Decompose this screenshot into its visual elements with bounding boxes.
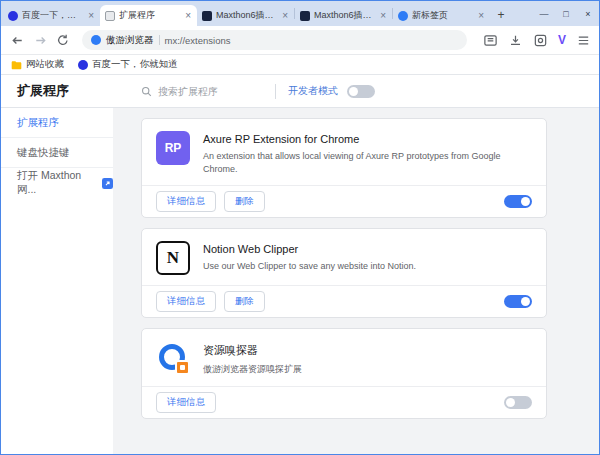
new-tab-button[interactable]: + bbox=[492, 6, 510, 24]
tab-title: 扩展程序 bbox=[119, 9, 180, 22]
extension-search bbox=[141, 86, 263, 97]
tab-close-icon[interactable]: × bbox=[87, 11, 95, 21]
card-footer: 详细信息 bbox=[142, 386, 546, 418]
address-url: mx://extensions bbox=[165, 35, 231, 46]
sidebar-item-keyboard-shortcuts[interactable]: 键盘快捷键 bbox=[1, 138, 113, 168]
tab-close-icon[interactable]: × bbox=[477, 11, 485, 21]
tab-close-icon[interactable]: × bbox=[184, 11, 192, 21]
maxthon-plugin-favicon-icon bbox=[300, 11, 310, 21]
extensions-page-header: 扩展程序 开发者模式 bbox=[1, 75, 599, 108]
extension-card-notion: N Notion Web Clipper Use our Web Clipper… bbox=[141, 228, 547, 318]
header-divider bbox=[275, 84, 276, 99]
maxthon-favicon-icon bbox=[91, 35, 101, 45]
card-footer: 详细信息 删除 bbox=[142, 285, 546, 317]
extensions-favicon-icon bbox=[105, 11, 115, 21]
tab-baidu[interactable]: 百度一下，你就知道 × bbox=[3, 5, 100, 26]
tab-title: Maxthon6插件中心 bbox=[216, 9, 277, 22]
sidebar-item-label: 键盘快捷键 bbox=[17, 146, 70, 160]
sniffer-square-shape bbox=[175, 360, 190, 375]
extension-description: An extension that allows local viewing o… bbox=[203, 150, 532, 175]
extension-name: Axure RP Extension for Chrome bbox=[203, 133, 532, 145]
extensions-page-body: 扩展程序 键盘快捷键 打开 Maxthon 网... RP Axure RP E… bbox=[1, 108, 599, 454]
download-icon[interactable] bbox=[508, 32, 524, 48]
page-title: 扩展程序 bbox=[1, 82, 113, 100]
extension-name: Notion Web Clipper bbox=[203, 243, 416, 255]
tab-close-icon[interactable]: × bbox=[281, 11, 289, 21]
folder-icon bbox=[11, 60, 22, 70]
maxthon-plugin-favicon-icon bbox=[202, 11, 212, 21]
toolbar-actions: V bbox=[483, 32, 591, 48]
tab-extensions[interactable]: 扩展程序 × bbox=[100, 5, 197, 26]
address-divider bbox=[159, 35, 160, 45]
screenshot-icon[interactable] bbox=[533, 32, 549, 48]
reader-mode-icon[interactable] bbox=[483, 32, 499, 48]
bookmark-label: 网站收藏 bbox=[26, 58, 64, 71]
notion-icon: N bbox=[156, 241, 190, 275]
developer-mode-toggle[interactable] bbox=[347, 85, 375, 98]
site-name: 傲游浏览器 bbox=[106, 34, 154, 47]
tab-close-icon[interactable]: × bbox=[379, 11, 387, 21]
close-button[interactable]: × bbox=[577, 1, 599, 26]
tab-title: Maxthon6插件中心 bbox=[314, 9, 375, 22]
sidebar-open-maxthon-store[interactable]: 打开 Maxthon 网... bbox=[1, 168, 113, 198]
card-text: 资源嗅探器 傲游浏览器资源嗅探扩展 bbox=[203, 341, 302, 376]
refresh-icon[interactable] bbox=[55, 32, 71, 48]
extension-card-resource-sniffer: 资源嗅探器 傲游浏览器资源嗅探扩展 详细信息 bbox=[141, 328, 547, 419]
card-content: 资源嗅探器 傲游浏览器资源嗅探扩展 bbox=[142, 329, 546, 386]
tab-bar: 百度一下，你就知道 × 扩展程序 × Maxthon6插件中心 × Maxtho… bbox=[1, 1, 599, 26]
sidebar-item-extensions[interactable]: 扩展程序 bbox=[1, 108, 113, 138]
search-icon bbox=[141, 86, 152, 97]
external-link-icon bbox=[102, 178, 113, 189]
sidebar-item-label: 扩展程序 bbox=[17, 116, 59, 130]
resource-sniffer-icon bbox=[156, 341, 190, 375]
search-input[interactable] bbox=[158, 86, 263, 97]
tab-plugin-center-1[interactable]: Maxthon6插件中心 × bbox=[197, 5, 294, 26]
axure-rp-icon: RP bbox=[156, 131, 190, 165]
nav-toolbar: 傲游浏览器 mx://extensions V bbox=[1, 26, 599, 55]
menu-icon[interactable] bbox=[575, 32, 591, 48]
tab-title: 百度一下，你就知道 bbox=[22, 9, 83, 22]
tab-new-page[interactable]: 新标签页 × bbox=[393, 5, 490, 26]
baidu-favicon-icon bbox=[78, 60, 88, 70]
tab-plugin-center-2[interactable]: Maxthon6插件中心 × bbox=[295, 5, 392, 26]
details-button[interactable]: 详细信息 bbox=[156, 291, 216, 312]
sidebar: 扩展程序 键盘快捷键 打开 Maxthon 网... bbox=[1, 108, 113, 454]
details-button[interactable]: 详细信息 bbox=[156, 191, 216, 212]
extension-toggle[interactable] bbox=[504, 396, 532, 409]
newtab-favicon-icon bbox=[398, 11, 408, 21]
card-text: Axure RP Extension for Chrome An extensi… bbox=[203, 131, 532, 175]
remove-button[interactable]: 删除 bbox=[224, 191, 265, 212]
developer-mode-label: 开发者模式 bbox=[288, 84, 338, 98]
extension-description: Use our Web Clipper to save any website … bbox=[203, 260, 416, 273]
window-controls: — □ × bbox=[533, 1, 599, 26]
maximize-button[interactable]: □ bbox=[555, 1, 577, 26]
forward-icon[interactable] bbox=[32, 32, 48, 48]
minimize-button[interactable]: — bbox=[533, 1, 555, 26]
card-content: RP Axure RP Extension for Chrome An exte… bbox=[142, 119, 546, 185]
tab-title: 新标签页 bbox=[412, 9, 473, 22]
baidu-favicon-icon bbox=[8, 11, 18, 21]
card-text: Notion Web Clipper Use our Web Clipper t… bbox=[203, 241, 416, 275]
card-footer: 详细信息 删除 bbox=[142, 185, 546, 217]
extension-description: 傲游浏览器资源嗅探扩展 bbox=[203, 363, 302, 376]
bookmark-folder-favorites[interactable]: 网站收藏 bbox=[11, 58, 64, 71]
bookmark-label: 百度一下，你就知道 bbox=[92, 58, 178, 71]
bookmark-baidu[interactable]: 百度一下，你就知道 bbox=[78, 58, 178, 71]
extension-toggle[interactable] bbox=[504, 195, 532, 208]
bookmarks-bar: 网站收藏 百度一下，你就知道 bbox=[1, 55, 599, 75]
card-content: N Notion Web Clipper Use our Web Clipper… bbox=[142, 229, 546, 285]
sidebar-footer-label: 打开 Maxthon 网... bbox=[17, 169, 97, 197]
extension-card-axure-rp: RP Axure RP Extension for Chrome An exte… bbox=[141, 118, 547, 218]
back-icon[interactable] bbox=[9, 32, 25, 48]
maxthon-logo-icon[interactable]: V bbox=[558, 33, 566, 47]
remove-button[interactable]: 删除 bbox=[224, 291, 265, 312]
extension-toggle[interactable] bbox=[504, 295, 532, 308]
browser-window: 百度一下，你就知道 × 扩展程序 × Maxthon6插件中心 × Maxtho… bbox=[0, 0, 600, 455]
extensions-list: RP Axure RP Extension for Chrome An exte… bbox=[113, 108, 599, 454]
extension-name: 资源嗅探器 bbox=[203, 343, 302, 358]
address-bar[interactable]: 傲游浏览器 mx://extensions bbox=[82, 30, 467, 50]
details-button[interactable]: 详细信息 bbox=[156, 392, 216, 413]
